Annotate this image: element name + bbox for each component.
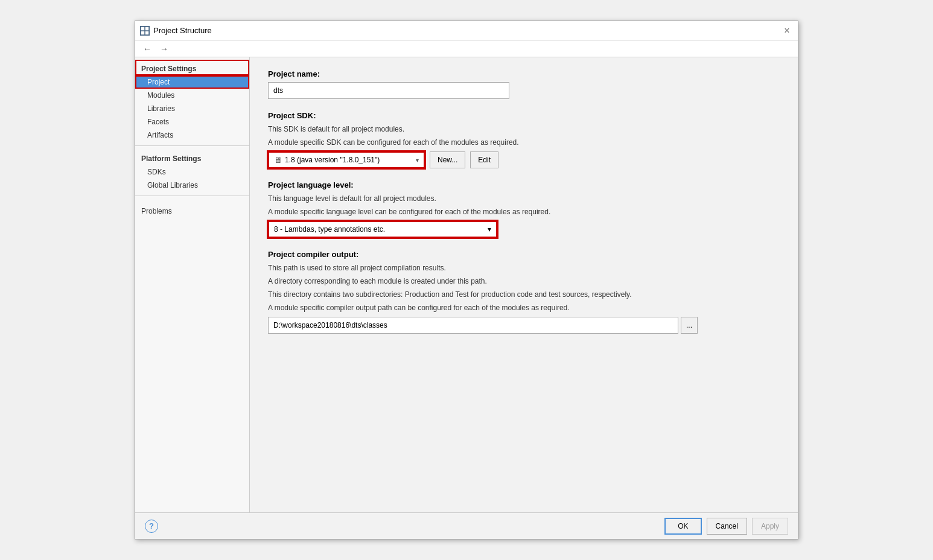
sdk-dropdown-arrow: ▾	[416, 157, 419, 164]
sidebar-item-project[interactable]: Project	[135, 75, 249, 89]
sdk-desc-2: A module specific SDK can be configured …	[268, 137, 780, 148]
sidebar-item-libraries[interactable]: Libraries	[135, 102, 249, 115]
svg-rect-0	[141, 27, 144, 30]
browse-button[interactable]: ...	[681, 317, 698, 334]
sdk-value: 1.8 (java version "1.8.0_151")	[285, 156, 413, 164]
sidebar-divider-2	[135, 196, 249, 196]
project-sdk-label: Project SDK:	[268, 111, 780, 120]
ok-button[interactable]: OK	[664, 518, 701, 535]
project-name-input[interactable]	[268, 82, 509, 99]
dialog-title: Project Structure	[153, 26, 212, 35]
project-structure-dialog: Project Structure × ← → Project Settings…	[135, 21, 798, 539]
sidebar-item-modules[interactable]: Modules	[135, 89, 249, 102]
compiler-desc-4: A module specific compiler output path c…	[268, 302, 780, 313]
compiler-output-row: ...	[268, 317, 780, 334]
sidebar-item-sdks[interactable]: SDKs	[135, 165, 249, 179]
title-bar-left: Project Structure	[140, 26, 212, 36]
sidebar-item-global-libraries[interactable]: Global Libraries	[135, 179, 249, 192]
sidebar-divider	[135, 145, 249, 146]
sidebar-item-facets[interactable]: Facets	[135, 115, 249, 129]
project-settings-section: Project Settings	[135, 60, 249, 75]
project-language-group: Project language level: This language le…	[268, 180, 780, 238]
compiler-desc-1: This path is used to store all project c…	[268, 262, 780, 273]
project-name-label: Project name:	[268, 69, 780, 78]
cancel-button[interactable]: Cancel	[707, 518, 747, 535]
project-structure-icon	[140, 26, 150, 36]
bottom-left: ?	[145, 520, 158, 533]
compiler-output-input[interactable]	[268, 317, 678, 334]
compiler-desc-2: A directory corresponding to each module…	[268, 276, 780, 287]
project-sdk-group: Project SDK: This SDK is default for all…	[268, 111, 780, 168]
main-panel: Project name: Project SDK: This SDK is d…	[250, 57, 798, 512]
sdk-icon: 🖥	[274, 155, 282, 165]
project-name-group: Project name:	[268, 69, 780, 99]
sdk-edit-button[interactable]: Edit	[470, 151, 498, 168]
sidebar-item-problems[interactable]: Problems	[135, 202, 249, 218]
bottom-right: OK Cancel Apply	[664, 518, 788, 535]
help-button[interactable]: ?	[145, 520, 158, 533]
platform-settings-section: Platform Settings	[135, 150, 249, 165]
title-bar: Project Structure ×	[135, 21, 798, 40]
apply-button[interactable]: Apply	[752, 518, 788, 535]
svg-rect-1	[145, 27, 148, 30]
compiler-output-group: Project compiler output: This path is us…	[268, 250, 780, 334]
bottom-bar: ? OK Cancel Apply	[135, 512, 798, 539]
nav-bar: ← →	[135, 40, 798, 57]
project-language-label: Project language level:	[268, 180, 780, 189]
forward-button[interactable]: →	[157, 42, 171, 56]
compiler-output-label: Project compiler output:	[268, 250, 780, 259]
lang-desc-2: A module specific language level can be …	[268, 206, 780, 217]
back-button[interactable]: ←	[140, 42, 154, 56]
sdk-dropdown[interactable]: 🖥 1.8 (java version "1.8.0_151") ▾	[268, 151, 425, 168]
sidebar-item-artifacts[interactable]: Artifacts	[135, 129, 249, 142]
sdk-desc-1: This SDK is default for all project modu…	[268, 124, 780, 135]
lang-dropdown-arrow: ▾	[488, 225, 491, 234]
lang-desc-1: This language level is default for all p…	[268, 193, 780, 204]
sdk-new-button[interactable]: New...	[430, 151, 465, 168]
compiler-desc-3: This directory contains two subdirectori…	[268, 289, 780, 300]
svg-rect-2	[141, 31, 144, 34]
content-area: Project Settings Project Modules Librari…	[135, 57, 798, 512]
sidebar: Project Settings Project Modules Librari…	[135, 57, 250, 512]
svg-rect-3	[145, 31, 148, 34]
language-level-dropdown[interactable]: 8 - Lambdas, type annotations etc. ▾	[268, 221, 497, 238]
close-button[interactable]: ×	[781, 25, 793, 37]
lang-value: 8 - Lambdas, type annotations etc.	[274, 225, 485, 234]
sdk-row: 🖥 1.8 (java version "1.8.0_151") ▾ New..…	[268, 151, 780, 168]
